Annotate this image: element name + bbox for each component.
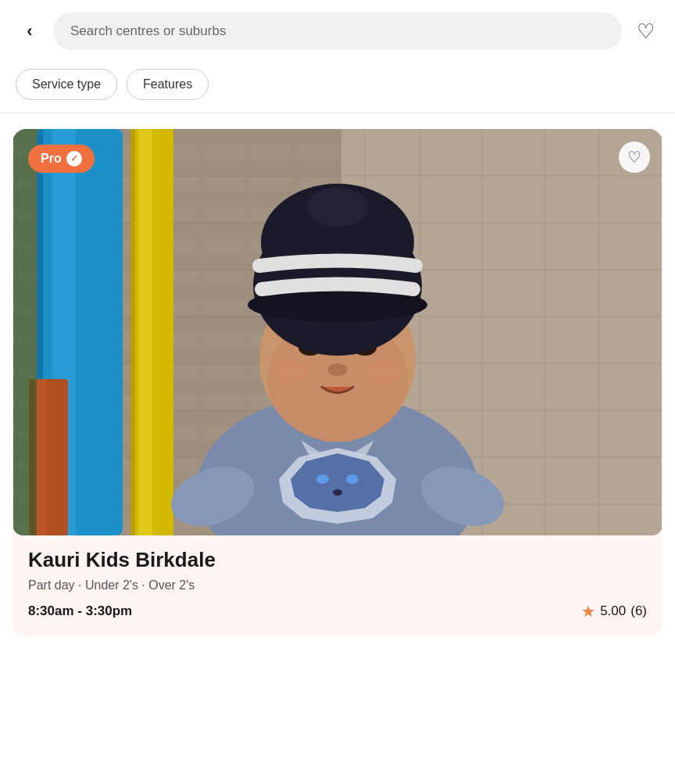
- svg-rect-25: [35, 379, 46, 535]
- search-bar[interactable]: Search centres or suburbs: [53, 13, 622, 50]
- back-button[interactable]: ‹: [16, 17, 44, 45]
- svg-point-45: [316, 474, 329, 484]
- service-type-filter[interactable]: Service type: [16, 69, 117, 100]
- svg-point-46: [346, 474, 359, 484]
- svg-point-47: [333, 489, 342, 496]
- rating-value: 5.00: [600, 603, 626, 619]
- features-filter[interactable]: Features: [127, 69, 209, 100]
- star-icon: ★: [581, 602, 595, 621]
- pro-badge: Pro ✓: [28, 145, 95, 173]
- operating-hours: 8:30am - 3:30pm: [28, 603, 132, 619]
- svg-point-35: [328, 363, 347, 376]
- verified-icon: ✓: [66, 151, 82, 166]
- rating-count: (6): [630, 603, 647, 619]
- svg-rect-22: [138, 129, 152, 535]
- card-text-content: Kauri Kids Birkdale Part day · Under 2's…: [12, 535, 662, 592]
- svg-point-37: [367, 359, 402, 384]
- back-icon: ‹: [27, 21, 32, 41]
- centre-name: Kauri Kids Birkdale: [28, 548, 647, 572]
- header: ‹ Search centres or suburbs ♡: [0, 0, 675, 63]
- svg-point-36: [273, 359, 308, 384]
- pro-label: Pro: [41, 152, 62, 166]
- svg-rect-26: [13, 129, 37, 535]
- main-content: Pro ✓ ♡ Kauri Kids Birkdale Part day · U…: [0, 113, 675, 652]
- rating-display: ★ 5.00 (6): [581, 602, 647, 621]
- svg-point-41: [306, 188, 369, 227]
- centre-tags: Part day · Under 2's · Over 2's: [28, 578, 647, 592]
- centre-card[interactable]: Pro ✓ ♡ Kauri Kids Birkdale Part day · U…: [12, 129, 662, 636]
- filter-row: Service type Features: [0, 63, 675, 113]
- svg-rect-23: [130, 129, 135, 535]
- card-image-container: Pro ✓ ♡: [12, 129, 662, 535]
- centre-photo: [12, 129, 662, 535]
- search-placeholder-text: Search centres or suburbs: [70, 23, 226, 39]
- heart-icon: ♡: [637, 20, 655, 44]
- card-heart-icon: ♡: [627, 148, 641, 166]
- favorites-button[interactable]: ♡: [631, 17, 659, 45]
- card-save-button[interactable]: ♡: [619, 141, 650, 173]
- card-footer: 8:30am - 3:30pm ★ 5.00 (6): [12, 602, 662, 621]
